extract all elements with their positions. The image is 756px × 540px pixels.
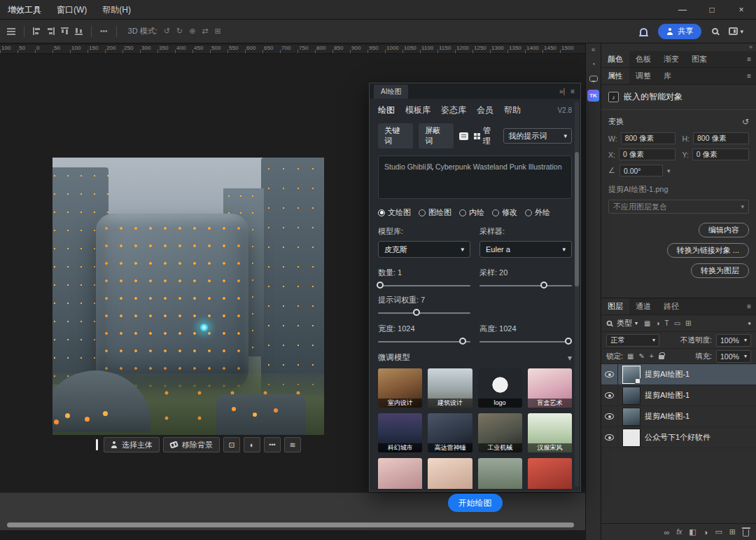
finetune-model-thumbnail[interactable]: 室内设计: [378, 368, 422, 408]
panel-menu-icon[interactable]: ≡: [742, 68, 756, 84]
history-panel-icon[interactable]: ◔: [591, 61, 595, 68]
angle-field[interactable]: 0.00°: [620, 165, 663, 176]
convert-to-layers-button[interactable]: 转换为图层: [691, 263, 749, 278]
menu-plugins[interactable]: 增效工具: [0, 0, 49, 20]
tool-preset-icon[interactable]: [7, 28, 15, 35]
align-right-icon[interactable]: [47, 27, 55, 35]
3d-mode-icon[interactable]: ⇄: [202, 27, 208, 36]
3d-mode-icon[interactable]: ↻: [176, 27, 183, 36]
document-image[interactable]: [52, 158, 324, 435]
filter-pixel-icon[interactable]: ▦: [644, 319, 650, 327]
height-field[interactable]: 800 像素: [693, 132, 749, 144]
delete-layer-icon[interactable]: [743, 529, 749, 536]
tab-swatches[interactable]: 色板: [629, 51, 657, 67]
layer-name[interactable]: 提剪AI绘图-1: [645, 411, 690, 422]
width-slider[interactable]: [378, 341, 470, 342]
collapse-panels-icon[interactable]: «: [592, 46, 596, 53]
blocked-words-button[interactable]: 屏蔽词: [419, 123, 454, 148]
finetune-model-thumbnail[interactable]: 汉服宋风: [528, 413, 572, 452]
visibility-toggle[interactable]: [601, 406, 618, 427]
menu-window[interactable]: 窗口(W): [49, 0, 94, 20]
search-icon[interactable]: [712, 28, 718, 34]
finetune-model-thumbnail[interactable]: 高达雷神锤: [428, 413, 472, 452]
chevron-down-icon[interactable]: ▾: [568, 353, 572, 363]
lock-transparency-icon[interactable]: ▦: [627, 352, 634, 360]
finetune-model-thumbnail[interactable]: [478, 458, 522, 489]
remove-background-button[interactable]: 移除背景: [163, 437, 220, 452]
convert-to-linked-button[interactable]: 转换为链接对象 ...: [667, 243, 749, 258]
taskbar-drag-handle[interactable]: [96, 439, 98, 450]
tab-channels[interactable]: 通道: [629, 298, 657, 314]
ai-panel-header[interactable]: AI绘图 »| ≡: [370, 83, 580, 99]
layer-row[interactable]: 公众号下1个好软件: [601, 427, 756, 448]
panel-menu-icon[interactable]: ≡: [742, 298, 756, 314]
count-slider[interactable]: [378, 285, 470, 286]
dock-panel-icon[interactable]: »|: [559, 88, 565, 95]
filter-type-select[interactable]: 类型▾: [617, 318, 638, 328]
more-options-icon[interactable]: •••: [100, 27, 108, 35]
ai-tab-draw[interactable]: 绘图: [378, 104, 395, 116]
steps-slider[interactable]: [479, 285, 572, 286]
tab-patterns[interactable]: 图案: [685, 51, 713, 67]
filter-shape-icon[interactable]: ▭: [674, 319, 680, 327]
x-field[interactable]: 0 像素: [619, 148, 676, 160]
finetune-model-thumbnail[interactable]: [428, 458, 472, 489]
panel-menu-icon[interactable]: ≡: [570, 88, 575, 95]
chevron-down-icon[interactable]: ▾: [667, 167, 671, 174]
layer-style-icon[interactable]: fx: [677, 528, 682, 536]
manage-button[interactable]: 管理: [474, 125, 498, 146]
tab-color[interactable]: 颜色: [601, 51, 629, 67]
align-bottom-icon[interactable]: [75, 27, 83, 35]
lock-position-icon[interactable]: +: [650, 352, 654, 360]
new-layer-icon[interactable]: ⊞: [729, 527, 736, 536]
visibility-toggle[interactable]: [601, 364, 618, 385]
height-slider[interactable]: [479, 341, 572, 342]
prompt-notebook-icon[interactable]: [459, 132, 468, 140]
prompt-textarea[interactable]: Studio Ghibli风 Cyberpunk Wasteland Punk …: [378, 155, 572, 199]
adjustment-layer-icon[interactable]: ◑: [704, 528, 708, 536]
reset-transform-icon[interactable]: ↺: [742, 117, 749, 127]
finetune-model-thumbnail[interactable]: 科幻城市: [378, 413, 422, 452]
notifications-bell-icon[interactable]: [640, 28, 648, 35]
slider-thumb[interactable]: [413, 309, 420, 316]
slider-thumb[interactable]: [377, 282, 384, 289]
new-group-icon[interactable]: ▭: [715, 527, 722, 536]
expand-panels-icon[interactable]: »: [601, 43, 756, 51]
ai-panel-scrollbar[interactable]: [575, 102, 579, 487]
weight-slider[interactable]: [378, 312, 470, 314]
scrollbar-thumb[interactable]: [575, 152, 579, 287]
3d-mode-icon[interactable]: ⊞: [215, 27, 221, 36]
lock-pixels-icon[interactable]: ✎: [638, 352, 644, 360]
slider-thumb[interactable]: [540, 282, 547, 289]
ai-panel-title-tab[interactable]: AI绘图: [374, 85, 408, 99]
layer-name[interactable]: 提剪AI绘图-1: [645, 390, 690, 401]
filter-adjustment-icon[interactable]: ◑: [655, 319, 659, 327]
close-button[interactable]: ×: [727, 0, 756, 20]
ai-tab-templates[interactable]: 模板库: [405, 104, 430, 116]
finetune-model-thumbnail[interactable]: 盲盒艺术: [528, 368, 572, 408]
align-top-icon[interactable]: [61, 27, 69, 35]
radio-outpaint[interactable]: 外绘: [525, 207, 550, 218]
select-subject-button[interactable]: 选择主体: [104, 437, 160, 452]
finetune-model-thumbnail[interactable]: [378, 458, 422, 489]
ai-tab-help[interactable]: 帮助: [504, 104, 521, 116]
model-select[interactable]: 皮克斯▾: [378, 241, 470, 258]
maximize-button[interactable]: □: [697, 0, 727, 20]
layer-row[interactable]: 提剪AI绘图-1: [601, 385, 756, 406]
filter-toggle-icon[interactable]: ●: [748, 320, 751, 326]
3d-mode-icon[interactable]: ↺: [164, 27, 170, 36]
add-mask-icon[interactable]: ◧: [689, 527, 696, 536]
tab-properties[interactable]: 属性: [601, 68, 629, 84]
taskbar-settings-button[interactable]: ≋: [284, 437, 301, 452]
ai-tab-poses[interactable]: 姿态库: [441, 104, 466, 116]
link-layers-icon[interactable]: ∞: [664, 528, 670, 536]
width-field[interactable]: 800 像素: [621, 132, 676, 144]
sampler-select[interactable]: Euler a▾: [479, 241, 572, 258]
finetune-model-thumbnail[interactable]: 工业机械: [478, 413, 522, 452]
layer-name[interactable]: 提剪AI绘图-1: [645, 369, 690, 380]
opacity-select[interactable]: 100%▾: [716, 334, 751, 347]
finetune-model-thumbnail[interactable]: 建筑设计: [428, 368, 472, 408]
lock-all-icon[interactable]: [659, 355, 664, 359]
layer-row-selected[interactable]: 提剪AI绘图-1: [601, 364, 756, 385]
visibility-toggle[interactable]: [601, 427, 618, 448]
